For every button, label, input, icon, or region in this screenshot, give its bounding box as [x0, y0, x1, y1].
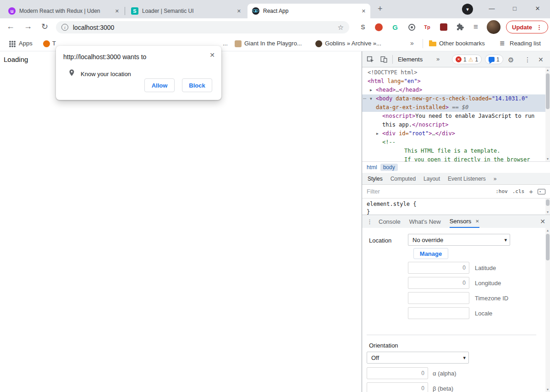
crumb-html[interactable]: html	[367, 164, 377, 171]
reading-list[interactable]: Reading list	[510, 40, 541, 47]
maximize-button[interactable]: □	[510, 5, 520, 12]
latitude-input[interactable]	[408, 262, 469, 274]
bookmark-item-truncated[interactable]: T	[52, 40, 56, 47]
site-info-icon[interactable]: i	[61, 24, 68, 31]
sensors-scrollbar[interactable]: ▲ ▼	[545, 228, 550, 392]
update-button[interactable]: Update ⋮	[506, 21, 548, 33]
extension-shield-icon[interactable]	[374, 23, 383, 31]
profile-avatar[interactable]	[487, 20, 500, 34]
more-styles-tabs-chevron[interactable]: »	[494, 176, 497, 182]
apps-shortcut[interactable]: Apps	[19, 40, 33, 47]
extensions-puzzle-icon[interactable]	[456, 23, 465, 31]
scroll-down-icon[interactable]: ▼	[545, 388, 550, 391]
drawer-menu-icon[interactable]: ⋮	[367, 215, 373, 228]
tab-elements[interactable]: Elements	[398, 56, 423, 63]
bookmarks-overflow-chevron[interactable]: »	[410, 39, 414, 47]
dom-tree-line[interactable]: <!--	[362, 138, 550, 147]
scrollbar-thumb[interactable]	[546, 73, 550, 109]
hov-toggle[interactable]: :hov	[495, 188, 508, 194]
element-style-rule[interactable]: element.style {	[367, 200, 550, 208]
block-button[interactable]: Block	[182, 78, 212, 92]
back-button[interactable]: ←	[6, 22, 15, 31]
dom-scrollbar[interactable]: ▲ ▼	[545, 67, 550, 161]
tab-console[interactable]: Console	[379, 215, 401, 228]
manage-button[interactable]: Manage	[413, 248, 448, 259]
issues-badge[interactable]: 1	[485, 55, 503, 64]
settings-gear-icon[interactable]: ⚙	[508, 56, 514, 64]
tab-sensors[interactable]: Sensors ✕	[450, 215, 479, 228]
orientation-select[interactable]: Off ▾	[367, 352, 469, 364]
bookmark-star-icon[interactable]: ☆	[338, 23, 344, 32]
new-style-rule-icon[interactable]: +	[529, 188, 533, 195]
dom-tree-line[interactable]: This HTML file is a template.	[362, 147, 550, 155]
dom-tree-line[interactable]: ▶<head>…</head>	[362, 86, 550, 94]
dom-tree-line[interactable]: ⋯▼<body data-new-gr-c-s-check-loaded="14…	[362, 94, 550, 103]
inspect-element-icon[interactable]	[367, 55, 374, 65]
drawer-close-icon[interactable]: ✕	[540, 215, 545, 228]
alpha-input[interactable]	[367, 367, 428, 379]
forward-button[interactable]: →	[24, 22, 32, 31]
scrollbar-thumb[interactable]	[546, 199, 550, 206]
other-bookmarks[interactable]: Other bookmarks	[439, 40, 485, 47]
tab-layout[interactable]: Layout	[424, 176, 440, 182]
browser-menu-icon[interactable]: ⋮	[536, 24, 542, 31]
more-panels-chevron[interactable]: »	[436, 55, 440, 62]
extension-grid-icon[interactable]	[439, 23, 448, 31]
reading-list-toolbar-icon[interactable]: ≡	[471, 23, 480, 31]
scroll-down-icon[interactable]: ▼	[545, 210, 550, 214]
dom-tree-line[interactable]: <html lang="en">	[362, 77, 550, 86]
tab-close-icon[interactable]: ✕	[237, 8, 241, 14]
sensors-tab-close-icon[interactable]: ✕	[475, 219, 479, 224]
tree-expand-icon[interactable]: ▶	[370, 86, 372, 94]
dom-tree-line[interactable]: <noscript>You need to enable JavaScript …	[362, 112, 550, 121]
profile-update-icon[interactable]: ▾	[462, 4, 473, 15]
locale-input[interactable]	[408, 307, 469, 319]
computed-sidebar-toggle-icon[interactable]: ◂	[538, 189, 545, 194]
tab-event-listeners[interactable]: Event Listeners	[448, 176, 486, 182]
scrollbar-thumb[interactable]	[546, 234, 550, 260]
timezone-input[interactable]	[408, 292, 469, 304]
styles-pane[interactable]: element.style { }	[362, 199, 550, 215]
tab-styles[interactable]: Styles	[368, 176, 383, 182]
error-warning-badge[interactable]: ✕ 1 ⚠ 1	[452, 55, 482, 64]
dialog-close-icon[interactable]: ✕	[209, 51, 215, 59]
scroll-down-icon[interactable]: ▼	[545, 157, 550, 160]
tab-close-icon[interactable]: ✕	[115, 8, 119, 14]
hidden-nodes-icon[interactable]: ⋯	[363, 94, 365, 103]
minimize-button[interactable]: —	[487, 5, 497, 12]
tab-react-app[interactable]: React App ✕	[248, 4, 370, 18]
address-bar[interactable]: i localhost:3000 ☆	[56, 21, 349, 33]
device-toolbar-icon[interactable]	[380, 55, 388, 65]
tab-semantic-ui[interactable]: S Loader | Semantic UI ✕	[126, 4, 246, 18]
bookmark-item-goblins[interactable]: Goblins » Archive »...	[325, 40, 381, 47]
styles-scrollbar[interactable]: ▼	[545, 199, 550, 215]
cls-toggle[interactable]: .cls	[512, 188, 525, 194]
bookmark-item-truncated[interactable]: ...	[223, 40, 228, 47]
extension-tp-icon[interactable]: Tp	[423, 23, 432, 31]
new-tab-button[interactable]: +	[378, 4, 383, 14]
devtools-menu-icon[interactable]: ⋮	[524, 56, 531, 63]
location-override-select[interactable]: No override ▾	[408, 234, 510, 246]
allow-button[interactable]: Allow	[144, 78, 175, 92]
dom-tree-line[interactable]: ▶<div id="root">…</div>	[362, 129, 550, 138]
extension-s-icon[interactable]: S	[358, 23, 368, 31]
dom-tree-line[interactable]: <!DOCTYPE html>	[362, 68, 550, 77]
dom-tree-line[interactable]: data-gr-ext-installed> == $0	[362, 103, 550, 112]
tab-close-icon[interactable]: ✕	[362, 8, 366, 14]
tree-expand-icon[interactable]: ▼	[370, 94, 372, 103]
scroll-up-icon[interactable]: ▲	[545, 229, 550, 232]
extension-grammarly-icon[interactable]: G	[390, 23, 400, 31]
crumb-body[interactable]: body	[380, 164, 398, 171]
window-close-button[interactable]: ✕	[533, 5, 543, 12]
reload-button[interactable]: ↻	[41, 22, 48, 32]
tab-computed[interactable]: Computed	[390, 176, 416, 182]
scroll-up-icon[interactable]: ▲	[545, 68, 550, 72]
styles-filter-input[interactable]: Filter	[367, 188, 380, 195]
longitude-input[interactable]	[408, 277, 469, 289]
dom-tree-line[interactable]: If you open it directly in the browser	[362, 155, 550, 161]
tab-udemy[interactable]: u Modern React with Redux | Uden ✕	[4, 4, 124, 18]
url-text[interactable]: localhost:3000	[73, 24, 114, 31]
tree-expand-icon[interactable]: ▶	[376, 129, 379, 138]
devtools-close-icon[interactable]: ✕	[538, 56, 544, 63]
extension-target-icon[interactable]	[407, 23, 416, 31]
